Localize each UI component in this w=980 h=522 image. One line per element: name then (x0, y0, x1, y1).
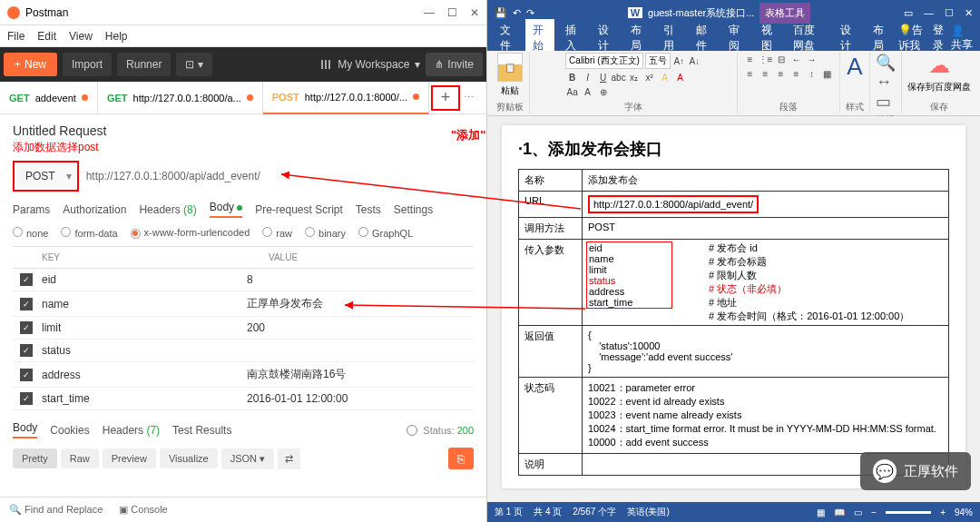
kv-row[interactable]: ✓eid8 (13, 269, 474, 291)
radio-raw[interactable]: raw (262, 227, 292, 239)
request-tab[interactable]: GET addevent (0, 82, 98, 114)
view-raw[interactable]: Raw (61, 448, 99, 468)
tab-headers[interactable]: Headers (8) (139, 203, 196, 216)
radio-urlencoded[interactable]: x-www-form-urlencoded (131, 227, 250, 239)
minimize-icon[interactable]: — (424, 6, 435, 19)
ribbon-options-icon[interactable]: ▭ (904, 7, 913, 19)
checkbox-icon[interactable]: ✓ (20, 321, 33, 334)
url-input[interactable]: http://127.0.0.1:8000/api/add_event/ (86, 170, 260, 182)
checkbox-icon[interactable]: ✓ (20, 392, 33, 405)
request-tab[interactable]: GET http://127.0.0.1:8000/a... (98, 82, 263, 114)
new-button[interactable]: +New (4, 53, 57, 76)
login[interactable]: 登录 (933, 23, 947, 54)
styles-icon[interactable]: A (847, 53, 862, 81)
resp-headers[interactable]: Headers (7) (103, 424, 160, 437)
kv-value[interactable]: 2016-01-01 12:00:00 (247, 392, 348, 405)
italic-icon[interactable]: I (581, 71, 594, 84)
kv-key[interactable]: address (42, 369, 247, 381)
tab-overflow-icon[interactable]: ⋯ (464, 92, 474, 103)
close-icon[interactable]: ✕ (965, 7, 973, 19)
bullets-icon[interactable]: ≡ (743, 53, 757, 65)
menu-edit[interactable]: Edit (37, 30, 56, 43)
kv-key[interactable]: status (42, 344, 247, 357)
redo-icon[interactable]: ↷ (526, 7, 534, 19)
language[interactable]: 英语(美国) (627, 506, 670, 518)
view-read-icon[interactable]: 📖 (834, 507, 845, 517)
checkbox-icon[interactable]: ✓ (20, 344, 33, 357)
checkbox-icon[interactable]: ✓ (20, 273, 33, 286)
checkbox-icon[interactable]: ✓ (20, 369, 33, 381)
open-button[interactable]: ⊡ ▾ (176, 53, 211, 76)
radio-graphql[interactable]: GraphQL (358, 227, 413, 239)
highlight-icon[interactable]: A (658, 71, 671, 84)
view-print-icon[interactable]: ▦ (817, 507, 825, 517)
find-replace[interactable]: 🔍 Find and Replace (9, 504, 103, 516)
tab-prerequest[interactable]: Pre-request Script (255, 203, 343, 216)
resp-body[interactable]: Body (13, 421, 37, 438)
maximize-icon[interactable]: ☐ (945, 7, 954, 19)
baidu-cloud-icon[interactable]: ☁ (928, 53, 950, 78)
page-num[interactable]: 第 1 页 (495, 506, 523, 518)
format-selector[interactable]: JSON ▾ (221, 448, 274, 469)
word-count[interactable]: 2/567 个字 (573, 506, 616, 518)
method-selector[interactable]: POST (13, 161, 79, 192)
view-visualize[interactable]: Visualize (160, 448, 218, 468)
wrap-button[interactable]: ⇄ (278, 448, 300, 469)
kv-row[interactable]: ✓limit200 (13, 317, 474, 340)
tab-params[interactable]: Params (13, 203, 50, 216)
kv-row[interactable]: ✓address南京鼓楼湖南路16号 (13, 362, 474, 388)
kv-key[interactable]: name (42, 298, 247, 310)
tab-authorization[interactable]: Authorization (63, 203, 126, 216)
multilevel-icon[interactable]: ⊟ (774, 53, 788, 65)
zoom-level[interactable]: 94% (955, 507, 973, 517)
zoom-slider[interactable] (886, 511, 931, 514)
runner-button[interactable]: Runner (117, 53, 171, 76)
resp-tests[interactable]: Test Results (172, 424, 231, 437)
kv-value[interactable]: 8 (247, 273, 253, 286)
kv-value[interactable]: 正厚单身发布会 (247, 296, 323, 311)
word-document[interactable]: ·1、添加发布会接口 名称添加发布会 URLhttp://127.0.0.1:8… (487, 116, 980, 502)
view-preview[interactable]: Preview (103, 448, 156, 468)
kv-key[interactable]: limit (42, 321, 247, 334)
tab-tests[interactable]: Tests (356, 203, 381, 216)
shrink-font-icon[interactable]: A↓ (688, 54, 701, 67)
kv-row[interactable]: ✓start_time2016-01-01 12:00:00 (13, 388, 474, 410)
font-color-icon[interactable]: A (673, 71, 687, 84)
tab-settings[interactable]: Settings (394, 203, 433, 216)
radio-formdata[interactable]: form-data (61, 227, 117, 239)
zoom-in[interactable]: + (940, 507, 946, 517)
radio-none[interactable]: none (13, 227, 48, 239)
close-icon[interactable]: ✕ (470, 6, 479, 19)
align-right-icon[interactable]: ≡ (774, 67, 788, 80)
kv-key[interactable]: start_time (42, 392, 247, 405)
request-title[interactable]: Untitled Request (13, 123, 474, 138)
console[interactable]: ▣ Console (119, 504, 167, 516)
view-pretty[interactable]: Pretty (13, 448, 57, 468)
kv-key[interactable]: eid (42, 273, 247, 286)
request-tab[interactable]: POST http://127.0.0.1:8000/... (263, 82, 429, 114)
find-icon[interactable]: 🔍 (876, 53, 896, 73)
kv-value[interactable]: 南京鼓楼湖南路16号 (247, 367, 346, 382)
replace-icon[interactable]: ↔ (876, 73, 896, 92)
resp-cookies[interactable]: Cookies (50, 424, 89, 437)
invite-button[interactable]: ⋔Invite (426, 53, 483, 76)
menu-view[interactable]: View (69, 30, 93, 43)
strike-icon[interactable]: abc (612, 71, 625, 84)
paste-icon[interactable]: 📋 (497, 53, 523, 82)
bold-icon[interactable]: B (565, 71, 579, 84)
align-left-icon[interactable]: ≡ (743, 67, 757, 80)
tab-body[interactable]: Body (210, 201, 242, 218)
numbering-icon[interactable]: ⋮≡ (759, 53, 772, 65)
kv-row[interactable]: ✓status (13, 340, 474, 362)
radio-binary[interactable]: binary (305, 227, 346, 239)
sup-icon[interactable]: x² (642, 71, 656, 84)
kv-row[interactable]: ✓name正厚单身发布会 (13, 291, 474, 317)
share[interactable]: 👤共享 (951, 25, 975, 53)
add-tab-button[interactable]: + (431, 85, 460, 111)
checkbox-icon[interactable]: ✓ (20, 298, 33, 310)
undo-icon[interactable]: ↶ (513, 7, 521, 19)
font-size[interactable]: 五号 (645, 53, 671, 69)
workspace-selector[interactable]: My Workspace (338, 58, 409, 71)
justify-icon[interactable]: ≡ (789, 67, 803, 80)
sub-icon[interactable]: x₂ (627, 71, 641, 84)
